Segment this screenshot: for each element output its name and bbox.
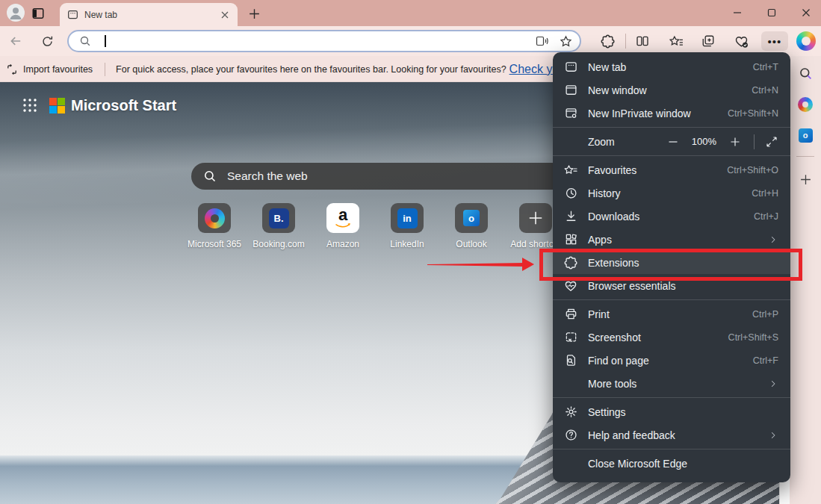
menu-item-print[interactable]: PrintCtrl+P [553, 302, 790, 326]
menu-item-label: Favourites [588, 164, 636, 176]
gear-icon [563, 405, 578, 419]
read-aloud-icon[interactable] [536, 35, 549, 47]
favourites-list-icon[interactable] [667, 32, 685, 50]
window-maximize-button[interactable] [756, 0, 787, 25]
zoom-out-icon[interactable] [666, 135, 680, 149]
address-bar[interactable] [67, 30, 581, 52]
menu-divider [553, 397, 790, 398]
menu-item-history[interactable]: HistoryCtrl+H [553, 181, 790, 205]
quick-link-tile[interactable]: in [391, 203, 424, 233]
browser-essentials-icon[interactable] [732, 32, 750, 50]
chevron-right-icon [768, 234, 778, 245]
close-microsoft-edge-icon [563, 457, 578, 470]
quick-link-add[interactable]: Add shortcut [518, 203, 553, 249]
import-favourites-button[interactable]: Import favourites [6, 63, 93, 75]
menu-divider [553, 449, 790, 449]
menu-item-screenshot[interactable]: ScreenshotCtrl+Shift+S [553, 326, 790, 349]
menu-item-help-and-feedback[interactable]: Help and feedback [553, 423, 790, 447]
menu-item-label: New InPrivate window [588, 108, 691, 119]
menu-item-new-window[interactable]: New windowCtrl+N [553, 78, 790, 102]
text-caret [105, 35, 106, 47]
menu-item-downloads[interactable]: DownloadsCtrl+J [553, 205, 790, 228]
fullscreen-icon[interactable] [765, 135, 778, 149]
quick-link-outlook[interactable]: oOutlook [454, 203, 489, 249]
zoom-in-icon[interactable] [728, 135, 742, 149]
sidebar-add-icon[interactable] [796, 170, 814, 188]
sidebar-divider [796, 156, 814, 157]
zoom-label: Zoom [588, 136, 615, 148]
printer-icon [563, 308, 578, 321]
help-icon [563, 429, 578, 442]
copilot-icon[interactable] [796, 31, 816, 51]
toolbar-divider [625, 34, 626, 49]
menu-item-shortcut: Ctrl+P [752, 309, 778, 320]
import-favourites-icon [6, 63, 18, 75]
menu-item-shortcut: Ctrl+Shift+O [727, 165, 778, 175]
new-tab-button[interactable] [247, 6, 261, 21]
quick-link-tile[interactable] [198, 203, 231, 233]
chevron-right-icon [768, 379, 778, 389]
tab-favicon [67, 9, 78, 20]
download-icon [563, 210, 578, 223]
quick-link-amazon[interactable]: aAmazon [326, 203, 360, 249]
search-icon [79, 35, 91, 47]
quick-link-label: LinkedIn [390, 239, 424, 249]
tab-actions-icon[interactable] [31, 7, 45, 20]
address-input[interactable] [108, 35, 536, 47]
menu-item-shortcut: Ctrl+Shift+S [728, 332, 778, 343]
app-launcher-icon[interactable] [22, 98, 37, 113]
microsoft-logo [49, 98, 65, 113]
search-placeholder: Search the web [227, 169, 308, 183]
quick-link-tile[interactable]: B. [262, 203, 295, 233]
microsoft365-icon [205, 208, 225, 228]
quick-link-label: Microsoft 365 [188, 239, 241, 249]
collections-icon[interactable] [699, 32, 717, 50]
favourite-star-icon[interactable] [560, 35, 572, 48]
apps-icon [563, 233, 578, 246]
ellipsis-icon: ••• [768, 35, 782, 48]
quick-link-tile[interactable]: a [326, 203, 359, 233]
amazon-icon: a [335, 207, 351, 229]
sidebar-outlook-icon[interactable]: o [796, 126, 814, 144]
menu-item-zoom: Zoom 100% [553, 130, 790, 153]
brand-title: Microsoft Start [71, 97, 176, 114]
quick-link-tile[interactable] [519, 203, 552, 233]
back-button[interactable] [6, 31, 25, 51]
menu-item-new-inprivate-window[interactable]: New InPrivate windowCtrl+Shift+N [553, 102, 790, 125]
menu-item-shortcut: Ctrl+J [754, 211, 778, 222]
menu-item-label: New window [588, 84, 647, 96]
inprivate-icon [563, 107, 578, 120]
quick-link-tile[interactable]: o [455, 203, 488, 233]
menu-item-find-on-page[interactable]: Find on pageCtrl+F [553, 349, 790, 372]
starlines-icon [563, 164, 578, 177]
outlook-icon: o [463, 210, 480, 226]
window-icon [563, 84, 578, 97]
menu-item-settings[interactable]: Settings [553, 400, 790, 423]
quick-link-booking[interactable]: B.Booking.com [261, 203, 296, 249]
zoom-value: 100% [692, 136, 716, 147]
menu-item-close-microsoft-edge[interactable]: Close Microsoft Edge [553, 452, 790, 475]
menu-item-apps[interactable]: Apps [553, 228, 790, 251]
tab-close-icon[interactable] [218, 8, 232, 22]
window-minimize-button[interactable] [722, 0, 753, 25]
menu-item-more-tools[interactable]: More tools [553, 372, 790, 395]
split-screen-icon[interactable] [633, 32, 651, 50]
menu-item-new-tab[interactable]: New tabCtrl+T [553, 55, 790, 78]
window-close-button[interactable] [790, 0, 821, 25]
settings-and-more-button[interactable]: ••• [761, 31, 788, 51]
refresh-button[interactable] [37, 31, 57, 51]
menu-item-label: More tools [588, 378, 636, 390]
menu-item-shortcut: Ctrl+T [753, 62, 778, 72]
newtab-icon [563, 60, 578, 74]
quick-link-linkedin[interactable]: inLinkedIn [390, 203, 424, 249]
zoom-divider [754, 134, 755, 149]
profile-avatar[interactable] [7, 4, 25, 22]
sidebar-search-icon[interactable] [796, 64, 814, 82]
tab-new-tab[interactable]: New tab [60, 3, 238, 26]
menu-item-favourites[interactable]: FavouritesCtrl+Shift+O [553, 158, 790, 181]
quick-link-m365[interactable]: Microsoft 365 [197, 203, 232, 249]
extensions-toolbar-icon[interactable] [598, 32, 616, 50]
tab-title: New tab [84, 10, 218, 20]
sidebar-microsoft365-icon[interactable] [796, 96, 814, 113]
quick-link-label: Outlook [456, 239, 486, 249]
